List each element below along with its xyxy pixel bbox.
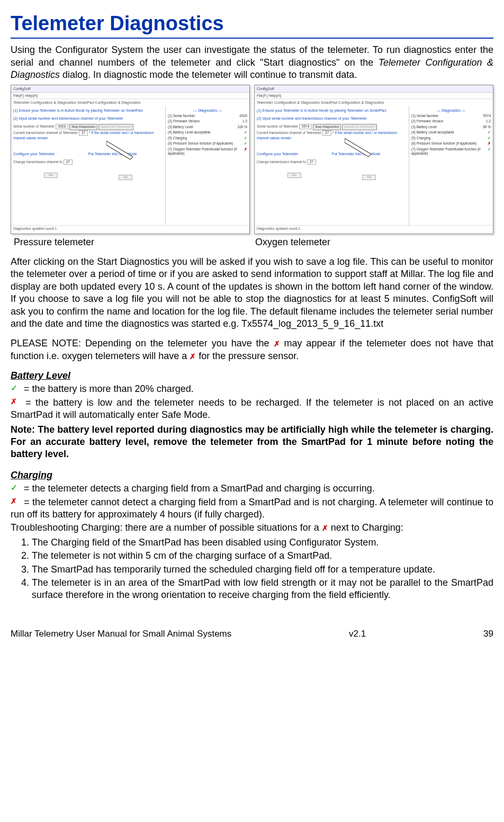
page-footer: Millar Telemetry User Manual for Small A… [11,628,493,640]
arrow-icon [345,138,376,159]
tick-icon: ✓ [244,130,247,135]
tick-icon: ✓ [11,483,21,494]
cross-icon: ✗ [244,147,247,156]
list-item: The SmartPad has temporarily turned the … [32,564,493,576]
cross-icon: ✗ [488,141,491,146]
battery-bad-line: ✗ = the battery is low and the telemeter… [11,397,493,422]
cross-icon: ✗ [274,339,280,348]
cross-icon: ✗ [190,352,196,361]
caption-row: Pressure telemeter Oxygen telemeter [11,236,493,248]
list-item: The telemeter is not within 5 cm of the … [32,550,493,562]
channel-value: 27 [322,130,331,136]
shot-footer: Diagnostics updated count:1 [255,225,493,232]
battery-note: Note: The battery level reported during … [11,424,493,461]
caption-left: Pressure telemeter [11,236,252,248]
tick-icon: ✓ [244,141,247,146]
channel-label: Current transmission channel of Telemete… [13,131,78,135]
after-paragraph: After clicking on the Start Diagnostics … [11,256,493,330]
footer-version: v2.1 [349,628,366,640]
serial-label: Serial number of Telemeter [13,124,55,128]
search-button[interactable]: Search for Telemeter* [98,124,133,130]
go-button-safe[interactable]: Go [119,175,132,180]
arrow-icon [106,141,138,162]
tab-bar: Telemeter Configuration & Diagnostics Sm… [255,99,493,106]
channel-value: 27 [79,130,88,136]
instr-1: (1) Ensure your Telemeter is in Active M… [13,108,163,113]
instr-1: (1) Ensure your Telemeter is in Active M… [257,108,407,113]
serial-value: 5574 [299,124,312,129]
menu-bar: File(F) Help(H) [255,93,493,99]
caption-right: Oxygen telemeter [252,236,493,248]
window-title: ConfigSoft [11,85,249,93]
footer-page: 39 [483,628,493,640]
change-chan-label: Change transmission channel to [13,160,62,164]
cross-icon: ✗ [322,524,328,532]
battery-ok-line: ✓ = the battery is more than 20% charged… [11,383,493,395]
battery-heading: Battery Level [11,370,493,382]
title-rule [11,38,493,39]
charging-heading: Charging [11,469,493,481]
diag-head: — Diagnostics — [411,108,491,113]
channel-label: Current transmission channel of Telemete… [257,131,321,135]
change-chan-label: Change transmission channel to [257,160,306,164]
serial-value: 6526 [56,124,68,129]
go-button[interactable]: Go [287,173,301,178]
svg-marker-1 [345,138,371,157]
tick-icon: ✓ [244,136,247,140]
page-title: Telemeter Diagnostics [11,11,493,37]
tick-icon: ✓ [11,383,21,394]
please-note: PLEASE NOTE: Depending on the telemeter … [11,337,493,362]
go-button[interactable]: Go [44,173,58,178]
config-head: Configure your Telemeter [257,151,332,156]
instr-2: (2) Input serial number and transmission… [13,116,163,121]
tick-icon: ✓ [488,136,491,140]
diag-head: — Diagnostics — [168,108,247,113]
trouble-list: The Charging field of the SmartPad has b… [21,537,493,602]
instr-2: (2) Input serial number and transmission… [257,116,407,121]
stop-diag-button[interactable]: Stop Diagnostics [313,124,341,130]
cross-icon: ✗ [11,496,21,506]
charging-ok-line: ✓ = the telemeter detects a charging fie… [11,483,493,495]
serial-label: Serial number of Telemeter [257,124,298,128]
tick-icon: ✓ [488,130,491,135]
list-item: The telemeter is in an area of the Smart… [32,577,493,602]
screenshot-oxygen: ConfigSoft File(F) Help(H) Telemeter Con… [254,85,493,234]
footer-left: Millar Telemetry User Manual for Small A… [11,628,231,640]
screenshot-pressure: ConfigSoft File(F) Help(H) Telemeter Con… [11,85,250,234]
window-title: ConfigSoft [255,85,493,93]
shot-footer: Diagnostics updated count:1 [11,225,249,232]
search-button[interactable]: Search for Telemeter* [342,124,377,130]
screenshot-row: ConfigSoft File(F) Help(H) Telemeter Con… [11,85,493,234]
svg-marker-0 [106,141,133,159]
stop-diag-button[interactable]: Stop Diagnostics [69,124,97,130]
tab-bar: Telemeter Configuration & Diagnostics Sm… [11,99,249,106]
cross-icon: ✗ [11,397,21,406]
tick-icon: ✓ [488,147,491,156]
intro-paragraph: Using the Configurator System the user c… [11,44,493,81]
config-head: Configure your Telemeter [13,151,88,156]
trouble-intro: Troubleshooting Charging: there are a nu… [11,522,493,534]
list-item: The Charging field of the SmartPad has b… [32,537,493,549]
menu-bar: File(F) Help(H) [11,93,249,99]
charging-bad-line: ✗ = the telemeter cannot detect a chargi… [11,496,493,521]
go-button-safe[interactable]: Go [362,175,376,180]
intro-text-2: dialog. In diagnostic mode the telemeter… [60,69,357,80]
